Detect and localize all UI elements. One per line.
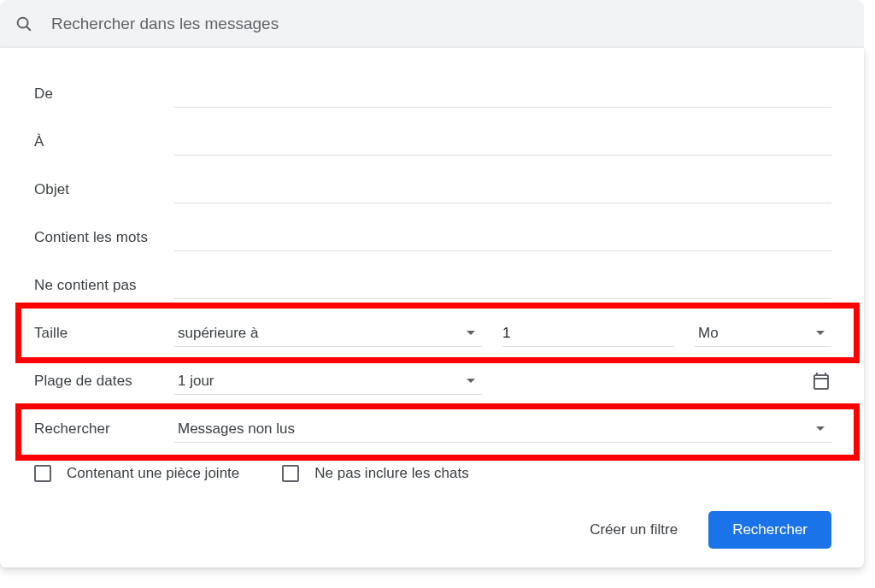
actions-row: Créer un filtre Rechercher bbox=[34, 497, 831, 549]
row-not-has: Ne contient pas bbox=[34, 262, 831, 309]
advanced-search-panel: De À Objet Contient les mots Ne contient… bbox=[0, 48, 864, 567]
select-search-in-value: Messages non lus bbox=[178, 420, 295, 438]
select-size-comparator[interactable]: supérieure à bbox=[174, 320, 482, 347]
label-size: Taille bbox=[34, 325, 174, 342]
row-subject: Objet bbox=[34, 166, 831, 214]
checkbox-box-icon bbox=[282, 465, 299, 482]
select-date-range-value: 1 jour bbox=[178, 373, 214, 390]
search-button[interactable]: Rechercher bbox=[708, 511, 831, 549]
chevron-down-icon bbox=[816, 426, 825, 431]
chevron-down-icon bbox=[467, 379, 475, 383]
label-search-in: Rechercher bbox=[34, 420, 174, 438]
checkbox-has-attachment-label: Contenant une pièce jointe bbox=[67, 465, 239, 482]
input-to[interactable] bbox=[174, 128, 831, 156]
label-not-has: Ne contient pas bbox=[34, 277, 174, 294]
row-date-range: Plage de dates 1 jour bbox=[34, 357, 831, 405]
checkbox-exclude-chats[interactable]: Ne pas inclure les chats bbox=[282, 465, 468, 482]
checkbox-row: Contenant une pièce jointe Ne pas inclur… bbox=[34, 453, 831, 497]
checkbox-exclude-chats-label: Ne pas inclure les chats bbox=[314, 465, 468, 482]
calendar-icon[interactable] bbox=[811, 371, 831, 391]
row-size: Taille supérieure à Mo bbox=[34, 309, 831, 357]
select-size-unit[interactable]: Mo bbox=[695, 320, 831, 347]
search-input[interactable] bbox=[51, 15, 850, 33]
label-date-range: Plage de dates bbox=[34, 373, 174, 390]
svg-point-0 bbox=[18, 18, 28, 28]
input-subject[interactable] bbox=[174, 176, 831, 203]
create-filter-button[interactable]: Créer un filtre bbox=[581, 514, 686, 545]
svg-line-1 bbox=[26, 26, 31, 31]
row-to: À bbox=[34, 118, 831, 166]
chevron-down-icon bbox=[467, 331, 475, 335]
input-has-words[interactable] bbox=[174, 224, 831, 251]
checkbox-box-icon bbox=[34, 465, 51, 482]
select-size-comparator-value: supérieure à bbox=[178, 325, 259, 342]
search-icon[interactable] bbox=[14, 14, 34, 34]
row-search-in: Rechercher Messages non lus bbox=[34, 405, 831, 453]
input-from[interactable] bbox=[174, 80, 831, 108]
select-date-range[interactable]: 1 jour bbox=[174, 368, 482, 395]
select-search-in[interactable]: Messages non lus bbox=[174, 415, 831, 443]
chevron-down-icon bbox=[816, 331, 825, 335]
label-to: À bbox=[34, 133, 174, 150]
row-has-words: Contient les mots bbox=[34, 214, 831, 262]
label-has-words: Contient les mots bbox=[34, 229, 174, 246]
label-subject: Objet bbox=[34, 181, 174, 198]
search-bar bbox=[0, 0, 864, 48]
input-not-has[interactable] bbox=[174, 272, 831, 299]
input-size-value[interactable] bbox=[502, 320, 674, 347]
checkbox-has-attachment[interactable]: Contenant une pièce jointe bbox=[34, 465, 239, 482]
row-from: De bbox=[34, 70, 831, 118]
select-size-unit-value: Mo bbox=[698, 325, 719, 342]
label-from: De bbox=[34, 85, 174, 103]
